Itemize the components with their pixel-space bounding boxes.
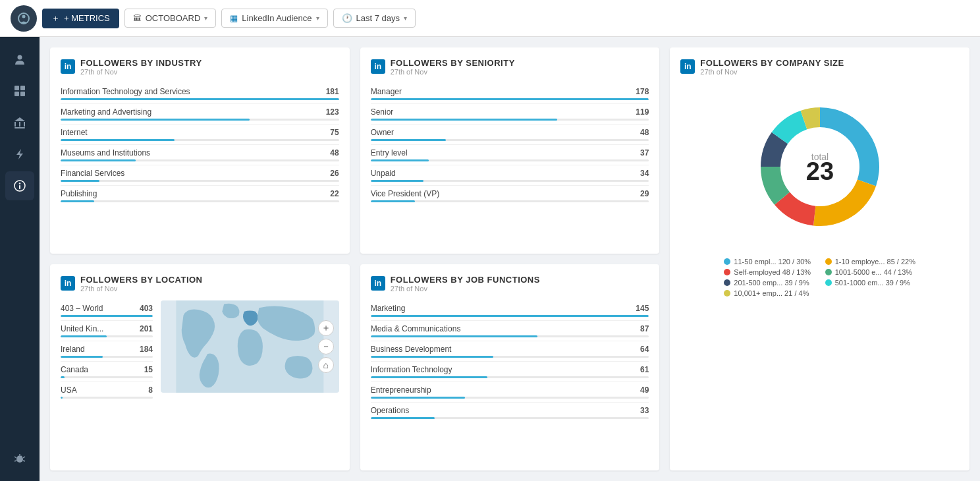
octoboard-label: OCTOBOARD: [146, 13, 201, 23]
company-size-title-block: FOLLOWERS BY COMPANY SIZE 27th of Nov: [700, 58, 844, 76]
timerange-dropdown[interactable]: 🕐 Last 7 days ▾: [333, 9, 416, 28]
donut-container: total 23 11-50 empl... 120 / 30% 1-10 em…: [680, 84, 959, 302]
location-label: Canada: [61, 365, 88, 374]
map-home-button[interactable]: ⌂: [318, 357, 334, 373]
bar-fill: [61, 200, 94, 202]
svg-rect-3: [14, 86, 19, 90]
bar-fill: [371, 417, 435, 419]
legend-label: 1-10 employe... 85 / 22%: [835, 258, 915, 266]
map-controls: ＋ － ⌂: [318, 320, 334, 373]
bar-row: Entrepreneurship 49: [371, 382, 649, 403]
bar-fill: [371, 397, 466, 399]
bar-fill: [61, 119, 250, 121]
company-size-header: in FOLLOWERS BY COMPANY SIZE 27th of Nov: [680, 58, 959, 76]
svg-rect-4: [20, 86, 25, 90]
bar-fill: [371, 376, 488, 378]
svg-rect-6: [20, 92, 25, 96]
bar-fill: [371, 180, 423, 182]
map-zoom-in-button[interactable]: ＋: [318, 320, 334, 336]
bar-fill: [371, 98, 649, 100]
sidebar-item-bank[interactable]: [5, 108, 34, 137]
sidebar-item-bug[interactable]: [5, 444, 34, 473]
bar-fill: [371, 139, 446, 141]
location-row: Canada 15: [61, 362, 153, 382]
bar-label: Information Technology and Services: [61, 87, 190, 96]
sidebar-item-lightning[interactable]: [5, 140, 34, 169]
bar-label: Business Development: [371, 345, 452, 354]
bar-value: 75: [330, 128, 339, 137]
bar-value: 64: [640, 345, 649, 354]
svg-point-23: [20, 456, 22, 458]
location-row: Ireland 184: [61, 341, 153, 362]
bar-row: Marketing 145: [371, 300, 649, 321]
jobfunctions-card: in FOLLOWERS BY JOB FUNCTIONS 27th of No…: [360, 264, 660, 470]
company-size-title: FOLLOWERS BY COMPANY SIZE: [700, 58, 844, 68]
industry-date: 27th of Nov: [80, 68, 202, 76]
svg-line-19: [23, 457, 25, 458]
sidebar-item-person[interactable]: [5, 45, 34, 74]
add-metrics-button[interactable]: ＋ + METRICS: [42, 9, 119, 28]
location-card-header: in FOLLOWERS BY LOCATION 27th of Nov: [61, 275, 339, 293]
jobfunctions-title-block: FOLLOWERS BY JOB FUNCTIONS 27th of Nov: [391, 275, 540, 293]
bar-value: 123: [326, 107, 339, 117]
legend-grid: 11-50 empl... 120 / 30% 1-10 employe... …: [724, 258, 915, 297]
svg-point-1: [22, 14, 26, 18]
svg-marker-11: [14, 117, 25, 121]
bar-fill: [371, 159, 429, 161]
bar-label: Marketing: [371, 304, 406, 313]
bar-value: 48: [330, 148, 339, 157]
bar-label: Information Technology: [371, 365, 452, 374]
svg-point-2: [18, 55, 22, 60]
legend-dot: [825, 279, 832, 286]
jobfunctions-title: FOLLOWERS BY JOB FUNCTIONS: [391, 275, 540, 285]
bar-fill: [61, 376, 65, 378]
location-title-block: FOLLOWERS BY LOCATION 27th of Nov: [80, 275, 203, 293]
bar-fill: [61, 315, 153, 317]
legend-dot: [724, 258, 730, 265]
bar-track: [61, 356, 153, 358]
legend-dot: [825, 269, 832, 275]
bar-value: 61: [640, 365, 649, 374]
legend-item: 1001-5000 e... 44 / 13%: [825, 268, 915, 276]
location-value: 8: [148, 385, 153, 395]
bar-value: 33: [640, 406, 649, 415]
bar-fill: [371, 200, 416, 202]
bar-value: 178: [636, 87, 649, 96]
octoboard-dropdown[interactable]: 🏛 OCTOBOARD ▾: [124, 9, 217, 28]
bar-fill: [61, 139, 175, 141]
location-label: USA: [61, 385, 77, 395]
jobfunctions-date: 27th of Nov: [391, 285, 540, 293]
bar-track: [371, 139, 649, 141]
bar-row: Financial Services 26: [61, 165, 339, 186]
bar-track: [61, 397, 153, 399]
add-metrics-label: + METRICS: [64, 13, 110, 23]
map-zoom-out-button[interactable]: －: [318, 339, 334, 354]
company-size-date: 27th of Nov: [700, 68, 844, 76]
legend-dot: [724, 279, 730, 286]
seniority-date: 27th of Nov: [391, 68, 515, 76]
linkedin-label: LinkedIn Audience: [242, 13, 312, 23]
plus-icon: ＋: [51, 13, 60, 24]
bar-label: Manager: [371, 87, 402, 96]
linkedin-audience-dropdown[interactable]: ▦ LinkedIn Audience ▾: [221, 9, 327, 28]
industry-title: FOLLOWERS BY INDUSTRY: [80, 58, 202, 68]
bar-value: 48: [640, 128, 649, 137]
bar-value: 181: [326, 87, 339, 96]
bar-value: 34: [640, 169, 649, 178]
bar-track: [371, 315, 649, 317]
legend-item: 1-10 employe... 85 / 22%: [825, 258, 915, 266]
bar-row: Marketing and Advertising 123: [61, 104, 339, 125]
bar-row: Information Technology and Services 181: [61, 84, 339, 104]
sidebar-item-dashboard[interactable]: [5, 76, 34, 105]
svg-marker-12: [16, 149, 23, 159]
bar-track: [371, 98, 649, 100]
industry-title-block: FOLLOWERS BY INDUSTRY 27th of Nov: [80, 58, 202, 76]
seniority-card-header: in FOLLOWERS BY SENIORITY 27th of Nov: [371, 58, 649, 76]
location-value: 201: [140, 324, 153, 333]
sidebar-item-info[interactable]: [5, 171, 34, 200]
bar-label: Entry level: [371, 148, 408, 157]
svg-rect-15: [19, 185, 20, 189]
bar-track: [61, 200, 339, 202]
bar-track: [371, 159, 649, 161]
bar-label: Marketing and Advertising: [61, 107, 151, 117]
